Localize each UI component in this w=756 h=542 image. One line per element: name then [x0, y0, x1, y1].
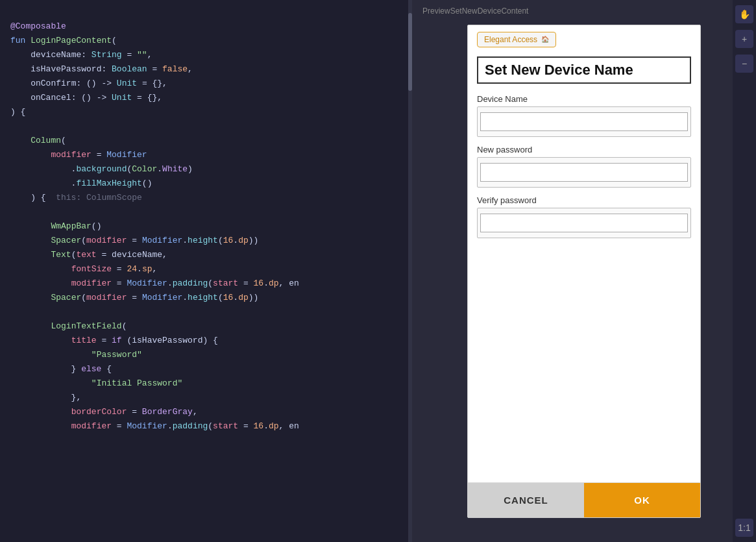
code-line: fontSize = 24.sp,	[10, 264, 157, 274]
verify-password-field-container	[477, 208, 691, 238]
code-line: "Initial Password"	[10, 378, 182, 388]
code-line: borderColor = BorderGray,	[10, 407, 198, 417]
code-line: Spacer(modifier = Modifier.height(16.dp)…	[10, 293, 258, 302]
code-line: LoginTextField(	[10, 321, 127, 331]
ratio-icon: 1:1	[735, 519, 753, 537]
code-line: ) { this: ColumnScope	[10, 193, 142, 203]
code-line: ) {	[10, 107, 25, 117]
zoom-out-button[interactable]: −	[735, 55, 753, 73]
device-name-section: Device Name	[477, 94, 691, 137]
new-password-label: New password	[477, 145, 691, 154]
phone-preview-frame: Elegant Access 🏠 Set New Device Name Dev…	[467, 25, 701, 518]
code-line: onConfirm: () -> Unit = {},	[10, 79, 167, 88]
hand-tool-button[interactable]: ✋	[735, 5, 753, 23]
badge-text: Elegant Access	[484, 35, 537, 44]
preview-panel: PreviewSetNewDeviceContent Elegant Acces…	[412, 0, 756, 542]
code-line: .background(Color.White)	[10, 164, 193, 174]
code-line: title = if (isHavePassword) {	[10, 336, 218, 345]
device-name-title: Set New Device Name	[477, 56, 691, 84]
code-line: .fillMaxHeight()	[10, 179, 152, 188]
annotation-composable: @Composable	[10, 21, 66, 31]
new-password-section: New password	[477, 145, 691, 188]
cancel-button[interactable]: CANCEL	[468, 483, 584, 517]
code-line: Column(	[10, 136, 66, 145]
actual-size-button[interactable]: 1:1	[735, 519, 753, 537]
code-line: WmAppBar()	[10, 221, 101, 231]
elegant-access-badge: Elegant Access 🏠	[477, 32, 556, 47]
code-line: Text(text = deviceName,	[10, 250, 167, 260]
verify-password-input[interactable]	[480, 214, 688, 232]
code-line: modifier = Modifier	[10, 150, 147, 160]
device-name-input[interactable]	[480, 112, 688, 131]
code-line: } else {	[10, 364, 112, 374]
preview-sidebar-tools: ✋ + − 1:1	[733, 0, 756, 542]
new-password-input[interactable]	[480, 163, 688, 182]
code-editor: @Composable fun LoginPageContent( device…	[0, 0, 412, 542]
new-password-field-container	[477, 157, 691, 188]
ok-button[interactable]: OK	[584, 483, 700, 517]
form-spacer	[468, 246, 700, 482]
zoom-in-button[interactable]: +	[735, 30, 753, 48]
preview-label: PreviewSetNewDeviceContent	[422, 6, 528, 16]
device-name-label: Device Name	[477, 94, 691, 104]
code-line: modifier = Modifier.padding(start = 16.d…	[10, 278, 299, 288]
code-content: @Composable fun LoginPageContent( device…	[0, 0, 412, 453]
device-name-field-container	[477, 106, 691, 137]
badge-icon: 🏠	[541, 36, 549, 43]
code-line: modifier = Modifier.padding(start = 16.d…	[10, 421, 299, 431]
code-line: fun LoginPageContent(	[10, 36, 117, 45]
verify-password-section: Verify password	[477, 195, 691, 238]
code-line: isHavePassword: Boolean = false,	[10, 64, 193, 74]
button-row: CANCEL OK	[468, 482, 700, 517]
code-line: },	[10, 393, 81, 402]
code-line: "Password"	[10, 350, 142, 360]
code-line: onCancel: () -> Unit = {},	[10, 93, 162, 103]
code-line: deviceName: String = "",	[10, 50, 152, 60]
verify-password-label: Verify password	[477, 195, 691, 205]
preview-header: PreviewSetNewDeviceContent	[412, 0, 756, 22]
code-line: Spacer(modifier = Modifier.height(16.dp)…	[10, 236, 258, 245]
